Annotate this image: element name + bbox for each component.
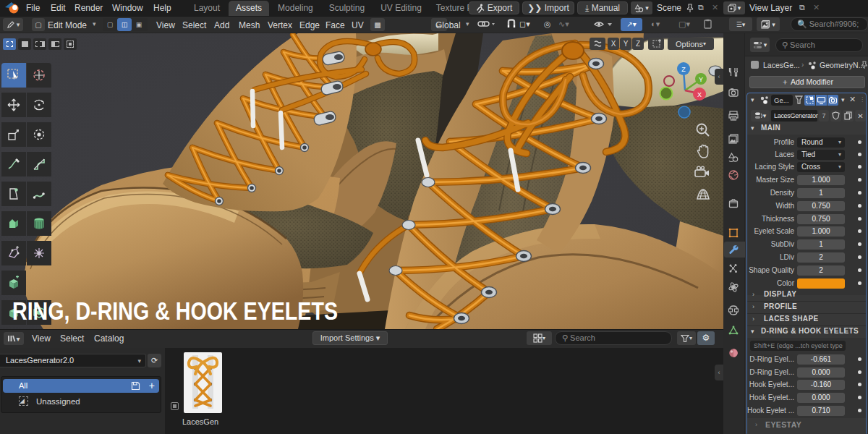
svg-text:X: X — [697, 91, 702, 98]
svg-text:Z: Z — [681, 66, 686, 73]
svg-text:Y: Y — [699, 76, 703, 83]
svg-text:RING, D-RING & HOOK EYELETS: RING, D-RING & HOOK EYELETS — [12, 297, 338, 325]
